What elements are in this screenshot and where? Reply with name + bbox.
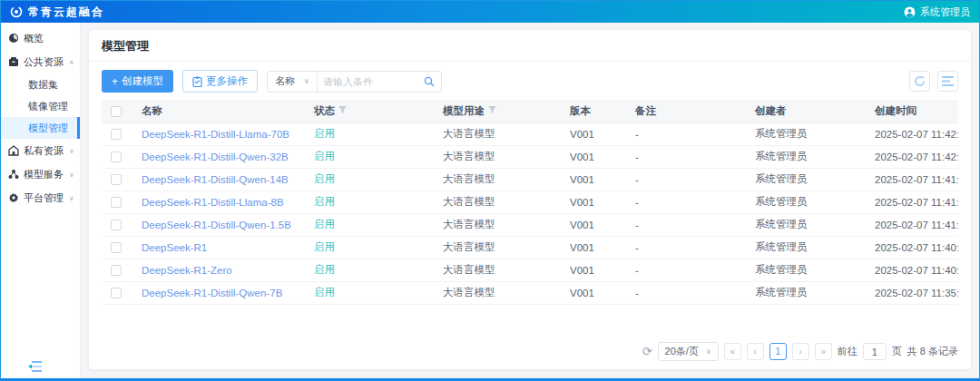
- remark-cell: -: [626, 281, 746, 304]
- select-all-checkbox[interactable]: [111, 106, 122, 117]
- model-name-link[interactable]: DeepSeek-R1-Distill-Llama-8B: [132, 190, 305, 213]
- remark-cell: -: [626, 259, 746, 281]
- table-row: DeepSeek-R1-Distill-Llama-8B 启用 大语言模型 V0…: [102, 190, 958, 213]
- usage-cell: 大语言模型: [434, 190, 561, 213]
- model-name-link[interactable]: DeepSeek-R1-Distill-Qwen-7B: [132, 281, 305, 304]
- usage-cell: 大语言模型: [434, 259, 561, 281]
- chevron-down-icon: ∨: [69, 171, 74, 178]
- creator-cell: 系统管理员: [746, 236, 866, 259]
- created-cell: 2025-02-07 11:41:00: [866, 213, 958, 236]
- chevron-down-icon: ∨: [69, 194, 74, 201]
- next-page-button[interactable]: ›: [792, 343, 809, 360]
- search-group: 名称 ∨: [267, 71, 442, 93]
- model-name-link[interactable]: DeepSeek-R1: [132, 236, 305, 259]
- row-checkbox[interactable]: [111, 288, 122, 298]
- usage-cell: 大语言模型: [434, 168, 561, 190]
- page-size-select[interactable]: 20条/页 ∨: [658, 342, 719, 361]
- model-name-link[interactable]: DeepSeek-R1-Distill-Qwen-32B: [132, 145, 305, 168]
- remark-cell: -: [626, 236, 746, 259]
- model-name-link[interactable]: DeepSeek-R1-Distill-Llama-70B: [132, 122, 305, 145]
- sidebar-item-dataset[interactable]: 数据集: [1, 73, 80, 95]
- row-checkbox[interactable]: [111, 265, 122, 276]
- creator-cell: 系统管理员: [746, 190, 866, 213]
- row-checkbox[interactable]: [111, 151, 122, 162]
- sidebar-item-platform-mgmt[interactable]: 平台管理 ∨: [1, 186, 80, 210]
- sidebar-item-overview[interactable]: 概览: [1, 26, 80, 50]
- sidebar-item-private-resources[interactable]: 私有资源 ∨: [1, 139, 80, 162]
- refresh-button[interactable]: [909, 71, 930, 92]
- remark-cell: -: [626, 213, 746, 236]
- column-header-created: 创建时间: [866, 100, 958, 122]
- status-badge: 启用: [305, 168, 434, 190]
- created-cell: 2025-02-07 11:41:51: [866, 168, 958, 190]
- column-settings-button[interactable]: [937, 71, 958, 92]
- collapse-sidebar-icon[interactable]: [28, 360, 43, 373]
- version-cell: V001: [561, 213, 626, 236]
- row-checkbox[interactable]: [111, 174, 122, 185]
- creator-cell: 系统管理员: [746, 213, 866, 236]
- version-cell: V001: [561, 281, 626, 304]
- sidebar-item-image-mgmt[interactable]: 镜像管理: [1, 95, 80, 117]
- status-badge: 启用: [305, 281, 434, 304]
- chevron-down-icon: ∨: [69, 147, 74, 154]
- column-header-status: 状态: [305, 100, 434, 122]
- usage-cell: 大语言模型: [434, 145, 561, 168]
- prev-page-button[interactable]: ‹: [747, 343, 764, 360]
- row-checkbox[interactable]: [111, 242, 122, 253]
- created-cell: 2025-02-07 11:42:24: [866, 122, 958, 145]
- filter-icon[interactable]: [488, 106, 496, 113]
- goto-page-input[interactable]: [863, 343, 887, 360]
- first-page-button[interactable]: «: [724, 343, 741, 360]
- sidebar-item-model-mgmt[interactable]: 模型管理: [1, 117, 80, 139]
- sidebar-item-model-service[interactable]: 模型服务 ∨: [1, 162, 80, 186]
- filter-icon[interactable]: [338, 106, 347, 113]
- model-name-link[interactable]: DeepSeek-R1-Distill-Qwen-14B: [132, 168, 305, 190]
- model-name-link[interactable]: DeepSeek-R1-Distill-Qwen-1.5B: [132, 213, 305, 236]
- model-name-link[interactable]: DeepSeek-R1-Zero: [132, 259, 305, 281]
- column-header-remark: 备注: [626, 100, 746, 122]
- status-badge: 启用: [305, 213, 434, 236]
- create-model-button[interactable]: + 创建模型: [102, 70, 173, 93]
- topbar: 常青云超融合 系统管理员: [1, 1, 979, 23]
- status-badge: 启用: [305, 190, 434, 213]
- sidebar-item-public-resources[interactable]: 公共资源 ∧: [1, 50, 80, 73]
- toolbar: + 创建模型 更多操作 名称 ∨: [89, 62, 971, 100]
- creator-cell: 系统管理员: [746, 145, 866, 168]
- creator-cell: 系统管理员: [746, 259, 866, 281]
- created-cell: 2025-02-07 11:40:45: [866, 236, 958, 259]
- last-page-button[interactable]: »: [815, 343, 832, 360]
- current-page-button[interactable]: 1: [769, 343, 787, 360]
- table-row: DeepSeek-R1-Distill-Qwen-1.5B 启用 大语言模型 V…: [102, 213, 958, 236]
- page-unit-label: 页: [892, 345, 902, 358]
- created-cell: 2025-02-07 11:35:40: [866, 281, 958, 304]
- table-row: DeepSeek-R1-Distill-Qwen-7B 启用 大语言模型 V00…: [102, 281, 958, 304]
- search-input[interactable]: [318, 72, 417, 92]
- resource-box-icon: [8, 56, 19, 67]
- more-actions-button[interactable]: 更多操作: [182, 70, 258, 93]
- dashboard-icon: [8, 33, 19, 44]
- search-field-select[interactable]: 名称 ∨: [268, 72, 318, 92]
- plus-icon: +: [112, 76, 118, 87]
- search-icon[interactable]: [417, 72, 441, 92]
- version-cell: V001: [561, 168, 626, 190]
- created-cell: 2025-02-07 11:42:08: [866, 145, 958, 168]
- clipboard-icon: [192, 76, 202, 87]
- table-row: DeepSeek-R1-Zero 启用 大语言模型 V001 - 系统管理员 2…: [102, 259, 958, 281]
- creator-cell: 系统管理员: [746, 281, 866, 304]
- usage-cell: 大语言模型: [434, 281, 561, 304]
- remark-cell: -: [626, 168, 746, 190]
- chevron-down-icon: ∨: [706, 347, 711, 356]
- user-menu[interactable]: 系统管理员: [904, 5, 970, 19]
- home-icon: [8, 145, 19, 156]
- user-name: 系统管理员: [920, 5, 970, 19]
- row-checkbox[interactable]: [111, 129, 122, 140]
- creator-cell: 系统管理员: [746, 168, 866, 190]
- usage-cell: 大语言模型: [434, 213, 561, 236]
- model-table: 名称 状态 模型用途 版本 备注 创建者 创建时间 D: [102, 100, 958, 335]
- version-cell: V001: [561, 145, 626, 168]
- version-cell: V001: [561, 236, 626, 259]
- pager-refresh-icon[interactable]: ⟳: [642, 346, 652, 357]
- usage-cell: 大语言模型: [434, 122, 561, 145]
- row-checkbox[interactable]: [111, 220, 122, 230]
- row-checkbox[interactable]: [111, 197, 122, 208]
